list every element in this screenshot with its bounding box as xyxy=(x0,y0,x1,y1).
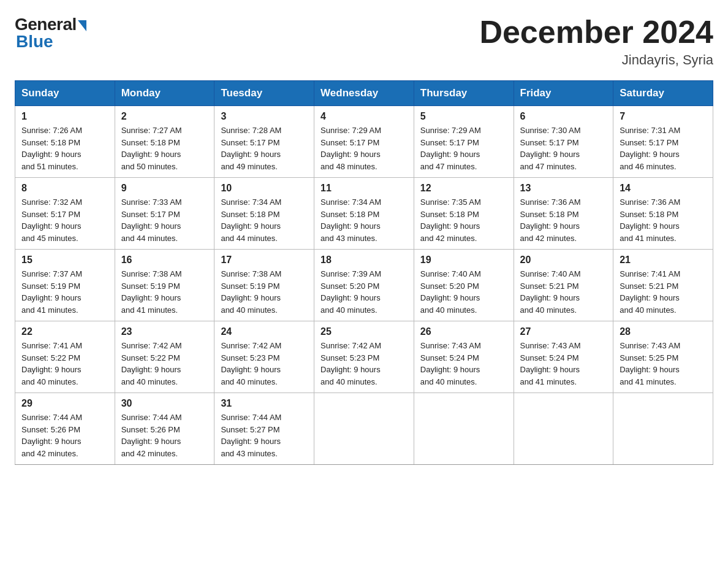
day-info: Sunrise: 7:32 AMSunset: 5:17 PMDaylight:… xyxy=(21,196,108,244)
day-info: Sunrise: 7:33 AMSunset: 5:17 PMDaylight:… xyxy=(121,196,208,244)
calendar-week-1: 1Sunrise: 7:26 AMSunset: 5:18 PMDaylight… xyxy=(15,106,713,178)
calendar-cell: 7Sunrise: 7:31 AMSunset: 5:17 PMDaylight… xyxy=(613,106,713,178)
calendar-cell: 4Sunrise: 7:29 AMSunset: 5:17 PMDaylight… xyxy=(314,106,414,178)
day-info: Sunrise: 7:43 AMSunset: 5:24 PMDaylight:… xyxy=(520,340,607,388)
calendar-cell: 17Sunrise: 7:38 AMSunset: 5:19 PMDayligh… xyxy=(214,250,314,321)
day-info: Sunrise: 7:30 AMSunset: 5:17 PMDaylight:… xyxy=(520,124,607,172)
calendar-cell: 1Sunrise: 7:26 AMSunset: 5:18 PMDaylight… xyxy=(15,106,115,178)
page-header: General Blue December 2024 Jindayris, Sy… xyxy=(15,15,713,68)
day-info: Sunrise: 7:42 AMSunset: 5:23 PMDaylight:… xyxy=(320,340,408,388)
day-number: 19 xyxy=(420,255,507,266)
calendar-cell: 20Sunrise: 7:40 AMSunset: 5:21 PMDayligh… xyxy=(514,250,613,321)
day-info: Sunrise: 7:36 AMSunset: 5:18 PMDaylight:… xyxy=(620,196,707,244)
day-number: 4 xyxy=(320,111,408,122)
day-info: Sunrise: 7:41 AMSunset: 5:22 PMDaylight:… xyxy=(21,340,108,388)
calendar-cell: 25Sunrise: 7:42 AMSunset: 5:23 PMDayligh… xyxy=(314,321,414,393)
day-info: Sunrise: 7:37 AMSunset: 5:19 PMDaylight:… xyxy=(21,268,108,316)
calendar-week-5: 29Sunrise: 7:44 AMSunset: 5:26 PMDayligh… xyxy=(15,393,713,465)
day-number: 9 xyxy=(121,183,208,194)
calendar-cell: 12Sunrise: 7:35 AMSunset: 5:18 PMDayligh… xyxy=(414,178,514,250)
calendar-cell: 6Sunrise: 7:30 AMSunset: 5:17 PMDaylight… xyxy=(514,106,613,178)
calendar-cell: 2Sunrise: 7:27 AMSunset: 5:18 PMDaylight… xyxy=(115,106,214,178)
calendar-cell xyxy=(314,393,414,465)
calendar-week-2: 8Sunrise: 7:32 AMSunset: 5:17 PMDaylight… xyxy=(15,178,713,250)
day-number: 12 xyxy=(420,183,507,194)
calendar-cell: 8Sunrise: 7:32 AMSunset: 5:17 PMDaylight… xyxy=(15,178,115,250)
day-info: Sunrise: 7:43 AMSunset: 5:25 PMDaylight:… xyxy=(620,340,707,388)
logo-blue-text: Blue xyxy=(16,32,53,52)
calendar-cell: 3Sunrise: 7:28 AMSunset: 5:17 PMDaylight… xyxy=(214,106,314,178)
header-tuesday: Tuesday xyxy=(214,81,314,106)
header-saturday: Saturday xyxy=(613,81,713,106)
calendar-cell: 18Sunrise: 7:39 AMSunset: 5:20 PMDayligh… xyxy=(314,250,414,321)
day-number: 17 xyxy=(221,255,308,266)
day-number: 28 xyxy=(620,326,707,337)
logo: General Blue xyxy=(15,15,86,52)
calendar-cell: 9Sunrise: 7:33 AMSunset: 5:17 PMDaylight… xyxy=(115,178,214,250)
day-info: Sunrise: 7:42 AMSunset: 5:23 PMDaylight:… xyxy=(221,340,308,388)
day-info: Sunrise: 7:34 AMSunset: 5:18 PMDaylight:… xyxy=(320,196,408,244)
day-info: Sunrise: 7:43 AMSunset: 5:24 PMDaylight:… xyxy=(420,340,507,388)
calendar-cell: 24Sunrise: 7:42 AMSunset: 5:23 PMDayligh… xyxy=(214,321,314,393)
day-number: 25 xyxy=(320,326,408,337)
day-number: 5 xyxy=(420,111,507,122)
calendar-cell: 11Sunrise: 7:34 AMSunset: 5:18 PMDayligh… xyxy=(314,178,414,250)
day-info: Sunrise: 7:28 AMSunset: 5:17 PMDaylight:… xyxy=(221,124,308,172)
day-info: Sunrise: 7:27 AMSunset: 5:18 PMDaylight:… xyxy=(121,124,208,172)
day-number: 20 xyxy=(520,255,607,266)
calendar-cell: 10Sunrise: 7:34 AMSunset: 5:18 PMDayligh… xyxy=(214,178,314,250)
day-info: Sunrise: 7:44 AMSunset: 5:26 PMDaylight:… xyxy=(21,412,108,459)
day-number: 13 xyxy=(520,183,607,194)
day-number: 8 xyxy=(21,183,108,194)
day-info: Sunrise: 7:38 AMSunset: 5:19 PMDaylight:… xyxy=(221,268,308,316)
day-info: Sunrise: 7:36 AMSunset: 5:18 PMDaylight:… xyxy=(520,196,607,244)
calendar-cell: 22Sunrise: 7:41 AMSunset: 5:22 PMDayligh… xyxy=(15,321,115,393)
day-info: Sunrise: 7:29 AMSunset: 5:17 PMDaylight:… xyxy=(320,124,408,172)
calendar-cell: 13Sunrise: 7:36 AMSunset: 5:18 PMDayligh… xyxy=(514,178,613,250)
logo-triangle-icon xyxy=(78,20,86,31)
day-number: 23 xyxy=(121,326,208,337)
calendar-header-row: SundayMondayTuesdayWednesdayThursdayFrid… xyxy=(15,81,713,106)
day-number: 22 xyxy=(21,326,108,337)
day-info: Sunrise: 7:38 AMSunset: 5:19 PMDaylight:… xyxy=(121,268,208,316)
day-info: Sunrise: 7:42 AMSunset: 5:22 PMDaylight:… xyxy=(121,340,208,388)
day-info: Sunrise: 7:31 AMSunset: 5:17 PMDaylight:… xyxy=(620,124,707,172)
calendar-cell: 23Sunrise: 7:42 AMSunset: 5:22 PMDayligh… xyxy=(115,321,214,393)
calendar-cell: 5Sunrise: 7:29 AMSunset: 5:17 PMDaylight… xyxy=(414,106,514,178)
header-wednesday: Wednesday xyxy=(314,81,414,106)
day-number: 16 xyxy=(121,255,208,266)
calendar-cell: 27Sunrise: 7:43 AMSunset: 5:24 PMDayligh… xyxy=(514,321,613,393)
location-title: Jindayris, Syria xyxy=(479,52,713,68)
day-info: Sunrise: 7:34 AMSunset: 5:18 PMDaylight:… xyxy=(221,196,308,244)
day-number: 6 xyxy=(520,111,607,122)
day-number: 1 xyxy=(21,111,108,122)
calendar-cell: 14Sunrise: 7:36 AMSunset: 5:18 PMDayligh… xyxy=(613,178,713,250)
day-number: 27 xyxy=(520,326,607,337)
day-number: 15 xyxy=(21,255,108,266)
calendar-cell: 30Sunrise: 7:44 AMSunset: 5:26 PMDayligh… xyxy=(115,393,214,465)
day-number: 2 xyxy=(121,111,208,122)
calendar-cell: 28Sunrise: 7:43 AMSunset: 5:25 PMDayligh… xyxy=(613,321,713,393)
day-number: 18 xyxy=(320,255,408,266)
day-number: 7 xyxy=(620,111,707,122)
calendar-cell: 15Sunrise: 7:37 AMSunset: 5:19 PMDayligh… xyxy=(15,250,115,321)
day-number: 14 xyxy=(620,183,707,194)
day-info: Sunrise: 7:29 AMSunset: 5:17 PMDaylight:… xyxy=(420,124,507,172)
day-info: Sunrise: 7:39 AMSunset: 5:20 PMDaylight:… xyxy=(320,268,408,316)
day-number: 3 xyxy=(221,111,308,122)
day-number: 21 xyxy=(620,255,707,266)
header-monday: Monday xyxy=(115,81,214,106)
day-number: 11 xyxy=(320,183,408,194)
header-friday: Friday xyxy=(514,81,613,106)
calendar-cell: 29Sunrise: 7:44 AMSunset: 5:26 PMDayligh… xyxy=(15,393,115,465)
day-info: Sunrise: 7:26 AMSunset: 5:18 PMDaylight:… xyxy=(21,124,108,172)
calendar-cell: 16Sunrise: 7:38 AMSunset: 5:19 PMDayligh… xyxy=(115,250,214,321)
calendar-week-3: 15Sunrise: 7:37 AMSunset: 5:19 PMDayligh… xyxy=(15,250,713,321)
day-number: 10 xyxy=(221,183,308,194)
day-number: 29 xyxy=(21,398,108,409)
calendar-cell xyxy=(613,393,713,465)
calendar-cell xyxy=(514,393,613,465)
day-number: 31 xyxy=(221,398,308,409)
month-title: December 2024 xyxy=(479,15,713,50)
header-sunday: Sunday xyxy=(15,81,115,106)
